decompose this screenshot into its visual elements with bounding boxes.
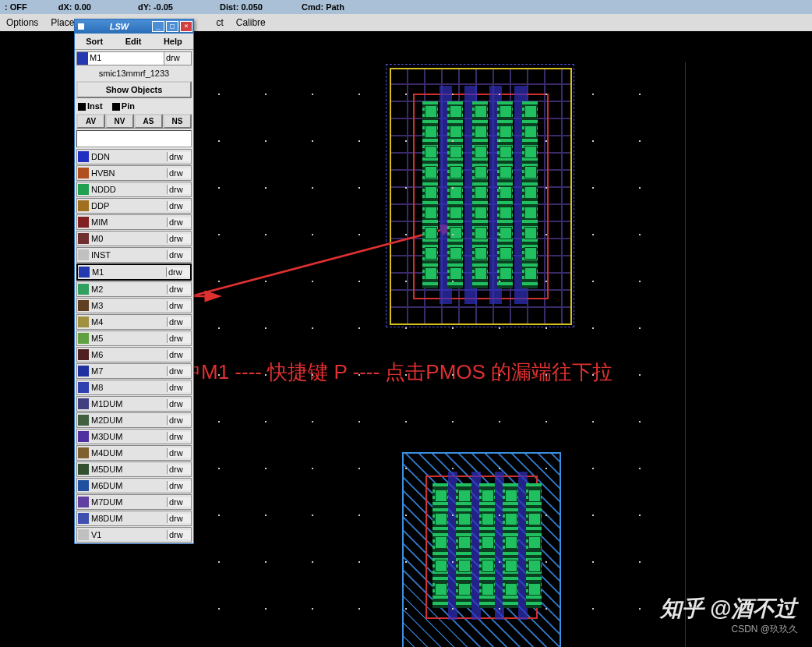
layer-purpose: drw — [167, 234, 191, 243]
grid-dot — [592, 94, 594, 95]
layer-swatch-icon — [79, 267, 90, 278]
layer-row-ddn[interactable]: DDNdrw — [76, 149, 192, 164]
layer-swatch-icon — [78, 366, 89, 377]
close-button[interactable]: × — [180, 21, 192, 32]
show-objects-button[interactable]: Show Objects — [76, 81, 192, 98]
contact-via — [505, 536, 517, 549]
grid-dot — [639, 421, 641, 422]
grid-dot — [358, 374, 360, 376]
layer-name: MIM — [90, 217, 167, 227]
layer-row-m2dum[interactable]: M2DUMdrw — [76, 412, 192, 428]
layer-row-v1[interactable]: V1drw — [76, 527, 192, 543]
as-button[interactable]: AS — [134, 114, 163, 129]
inst-checkbox[interactable] — [78, 103, 86, 111]
layer-purpose: drw — [167, 383, 191, 392]
layer-row-m6[interactable]: M6drw — [76, 347, 192, 362]
right-panel — [685, 62, 812, 647]
grid-dot — [592, 468, 594, 469]
av-button[interactable]: AV — [76, 114, 105, 129]
current-layer-row[interactable]: M1 drw — [76, 51, 192, 65]
layer-row-nddd[interactable]: NDDDdrw — [76, 182, 192, 197]
layer-row-mim[interactable]: MIMdrw — [76, 214, 192, 230]
contact-via — [450, 126, 462, 138]
contact-via — [425, 207, 437, 219]
contact-via — [425, 186, 437, 199]
layer-list[interactable]: DDNdrwHVBNdrwNDDDdrwDDPdrwMIMdrwM0drwINS… — [75, 149, 193, 543]
grid-dot — [358, 327, 360, 329]
contact-via — [505, 490, 517, 502]
minimize-button[interactable]: _ — [152, 21, 164, 32]
current-layer-purpose: drw — [164, 52, 191, 65]
layer-row-m5[interactable]: M5drw — [76, 331, 192, 346]
lsw-menu-sort[interactable]: Sort — [86, 37, 103, 46]
layer-purpose: drw — [167, 217, 191, 227]
grid-dot — [545, 374, 547, 376]
pin-checkbox[interactable] — [112, 103, 120, 111]
grid-dot — [452, 608, 454, 610]
grid-dot — [545, 327, 547, 329]
layer-row-m1dum[interactable]: M1DUMdrw — [76, 396, 192, 412]
grid-dot — [265, 374, 267, 376]
pin-label: Pin — [122, 101, 135, 111]
lsw-menu-help[interactable]: Help — [164, 37, 182, 46]
layer-row-m4[interactable]: M4drw — [76, 314, 192, 330]
lsw-window[interactable]: LSW _ □ × Sort Edit Help M1 drw smic13mm… — [74, 19, 194, 544]
current-layer-name: M1 — [88, 52, 164, 65]
contact-via — [475, 146, 487, 158]
layer-purpose: drw — [167, 285, 191, 294]
grid-dot — [218, 234, 220, 235]
layer-row-ddp[interactable]: DDPdrw — [76, 198, 192, 214]
layer-row-m7[interactable]: M7drw — [76, 363, 192, 379]
layer-row-m6dum[interactable]: M6DUMdrw — [76, 478, 192, 493]
layer-row-m8[interactable]: M8drw — [76, 380, 192, 395]
sysmenu-icon[interactable] — [78, 23, 84, 30]
grid-dot — [358, 421, 360, 422]
layer-row-inst[interactable]: INSTdrw — [76, 247, 192, 263]
contact-via — [500, 105, 512, 118]
grid-dot — [545, 561, 547, 563]
layer-row-m4dum[interactable]: M4DUMdrw — [76, 445, 192, 461]
contact-via — [528, 560, 541, 572]
layer-filter-input[interactable] — [76, 130, 192, 147]
contact-via — [458, 513, 471, 525]
grid-dot — [452, 374, 454, 376]
contact-via — [425, 105, 437, 118]
contact-via — [450, 267, 462, 280]
maximize-button[interactable]: □ — [166, 21, 178, 32]
grid-dot — [265, 327, 267, 329]
menu-calibre[interactable]: Calibre — [230, 17, 272, 28]
layer-row-m7dum[interactable]: M7DUMdrw — [76, 494, 192, 510]
contact-via — [482, 583, 494, 596]
layer-name: M6DUM — [90, 481, 167, 490]
layer-purpose: drw — [167, 201, 191, 210]
lsw-menu-edit[interactable]: Edit — [125, 37, 142, 46]
layer-name: M8 — [90, 383, 167, 392]
grid-dot — [499, 234, 500, 235]
contact-via — [482, 560, 494, 572]
layer-row-m3[interactable]: M3drw — [76, 298, 192, 313]
layer-row-hvbn[interactable]: HVBNdrw — [76, 165, 192, 181]
contact-via — [528, 490, 541, 502]
layer-row-m0[interactable]: M0drw — [76, 231, 192, 246]
layer-row-m3dum[interactable]: M3DUMdrw — [76, 429, 192, 444]
layer-swatch-icon — [78, 415, 89, 426]
layer-row-m2[interactable]: M2drw — [76, 281, 192, 297]
contact-via — [450, 207, 462, 219]
lsw-titlebar[interactable]: LSW _ □ × — [75, 19, 193, 34]
menu-obscured[interactable]: ct — [210, 17, 229, 28]
layer-row-m1[interactable]: M1drw — [76, 263, 192, 281]
grid-dot — [405, 561, 407, 563]
contact-via — [475, 186, 487, 199]
menu-options[interactable]: Options — [0, 17, 44, 28]
contact-via — [450, 166, 462, 179]
layer-swatch-icon — [78, 249, 89, 260]
grid-dot — [545, 94, 547, 95]
annotation-text: 先选中M1 ---- 快捷键 P ---- 点击PMOS 的漏端往下拉 — [140, 359, 613, 386]
layer-swatch-icon — [78, 217, 89, 228]
layer-row-m8dum[interactable]: M8DUMdrw — [76, 511, 192, 526]
grid-dot — [218, 94, 220, 95]
ns-button[interactable]: NS — [163, 114, 192, 129]
inst-label: Inst — [87, 101, 103, 111]
nv-button[interactable]: NV — [105, 114, 134, 129]
layer-row-m5dum[interactable]: M5DUMdrw — [76, 461, 192, 477]
